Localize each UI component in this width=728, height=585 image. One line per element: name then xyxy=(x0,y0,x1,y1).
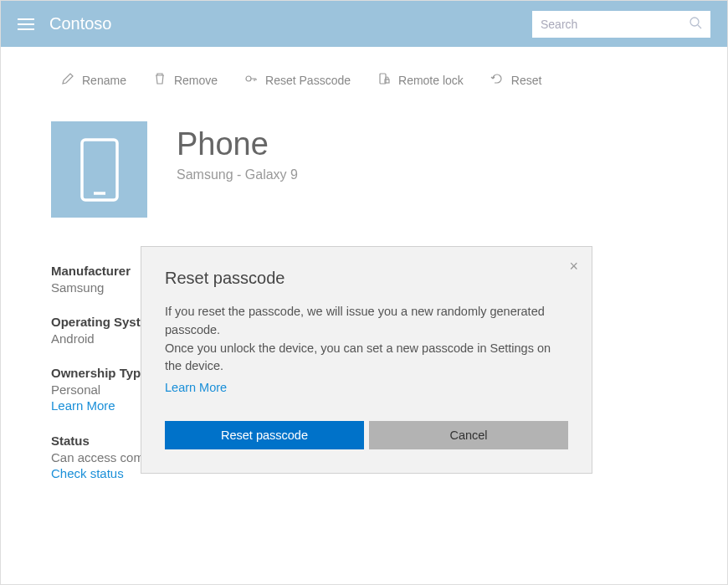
dialog-text-2: Once you unlock the device, you can set … xyxy=(165,341,551,373)
toolbar-label: Remote lock xyxy=(398,74,464,87)
rename-button[interactable]: Rename xyxy=(61,72,126,88)
reset-icon xyxy=(490,72,504,88)
device-info: Phone Samsung - Galaxy 9 xyxy=(177,121,298,218)
svg-point-2 xyxy=(246,76,251,81)
dialog-text-1: If you reset the passcode, we will issue… xyxy=(165,305,545,336)
toolbar-label: Reset Passcode xyxy=(265,74,351,87)
toolbar-label: Rename xyxy=(82,74,126,87)
dialog-actions: Reset passcode Cancel xyxy=(165,421,568,449)
close-icon[interactable]: × xyxy=(569,259,578,274)
svg-point-0 xyxy=(690,18,699,26)
device-header-section: Phone Samsung - Galaxy 9 xyxy=(1,105,727,234)
device-toolbar: Rename Remove Reset Passcode Remote lock… xyxy=(1,47,727,105)
brand-name: Contoso xyxy=(49,14,112,33)
device-subtitle: Samsung - Galaxy 9 xyxy=(177,167,298,182)
menu-icon[interactable] xyxy=(18,18,34,30)
toolbar-label: Remove xyxy=(174,74,218,87)
search-input[interactable] xyxy=(541,18,689,31)
toolbar-label: Reset xyxy=(511,74,542,87)
trash-icon xyxy=(153,72,167,88)
device-title: Phone xyxy=(177,126,298,162)
remote-lock-button[interactable]: Remote lock xyxy=(377,72,464,88)
remove-button[interactable]: Remove xyxy=(153,72,218,88)
reset-passcode-dialog: × Reset passcode If you reset the passco… xyxy=(141,246,592,474)
svg-line-1 xyxy=(698,25,701,28)
dialog-title: Reset passcode xyxy=(165,269,568,288)
ownership-learn-more-link[interactable]: Learn More xyxy=(51,398,115,413)
app-header: Contoso xyxy=(1,1,727,47)
device-tile-icon xyxy=(51,121,147,218)
lock-device-icon xyxy=(377,72,391,88)
reset-passcode-confirm-button[interactable]: Reset passcode xyxy=(165,421,364,449)
check-status-link[interactable]: Check status xyxy=(51,466,124,480)
cancel-button[interactable]: Cancel xyxy=(369,421,568,449)
svg-rect-5 xyxy=(82,140,117,200)
phone-icon xyxy=(79,136,120,203)
dialog-body: If you reset the passcode, we will issue… xyxy=(165,303,568,398)
pencil-icon xyxy=(61,72,74,88)
reset-button[interactable]: Reset xyxy=(490,72,542,88)
search-icon[interactable] xyxy=(689,16,702,33)
key-icon xyxy=(244,72,258,88)
dialog-learn-more-link[interactable]: Learn More xyxy=(165,379,227,398)
reset-passcode-button[interactable]: Reset Passcode xyxy=(244,72,351,88)
search-box[interactable] xyxy=(532,11,710,38)
